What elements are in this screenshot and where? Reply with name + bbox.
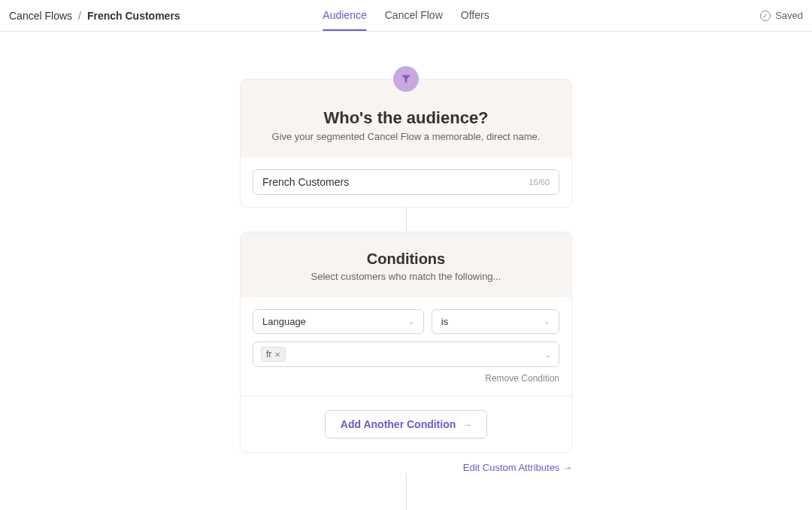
check-circle-icon: ✓ bbox=[760, 11, 771, 21]
audience-card-body: 16/60 bbox=[241, 157, 571, 207]
filter-icon-badge bbox=[393, 66, 419, 92]
conditions-title: Conditions bbox=[259, 250, 553, 268]
add-condition-label: Add Another Condition bbox=[341, 418, 456, 430]
breadcrumb: Cancel Flows / French Customers bbox=[9, 10, 180, 22]
tag-label: fr bbox=[266, 349, 271, 360]
content: Who's the audience? Give your segmented … bbox=[0, 32, 812, 510]
condition-value-tag: fr ✕ bbox=[261, 347, 286, 362]
tab-audience[interactable]: Audience bbox=[323, 0, 366, 31]
breadcrumb-current: French Customers bbox=[87, 10, 180, 22]
add-condition-button[interactable]: Add Another Condition → bbox=[325, 410, 487, 439]
header: Cancel Flows / French Customers Audience… bbox=[0, 0, 812, 32]
condition-value-select[interactable]: fr ✕ ⌄ bbox=[253, 342, 559, 367]
tabs: Audience Cancel Flow Offers bbox=[323, 0, 489, 31]
breadcrumb-parent-link[interactable]: Cancel Flows bbox=[9, 10, 72, 22]
tab-cancel-flow[interactable]: Cancel Flow bbox=[385, 0, 443, 31]
tab-offers[interactable]: Offers bbox=[461, 0, 489, 31]
condition-row: Language ⌄ is ⌄ bbox=[253, 309, 559, 334]
filter-icon bbox=[400, 73, 412, 85]
audience-subtitle: Give your segmented Cancel Flow a memora… bbox=[259, 131, 553, 142]
condition-attribute-select[interactable]: Language ⌄ bbox=[253, 309, 424, 334]
conditions-card: Conditions Select customers who match th… bbox=[240, 232, 572, 453]
edit-custom-attributes-link[interactable]: Edit Custom Attributes → bbox=[240, 462, 572, 473]
audience-title: Who's the audience? bbox=[259, 108, 553, 128]
connector-line bbox=[406, 473, 407, 510]
edit-attrs-label: Edit Custom Attributes bbox=[463, 462, 560, 473]
char-count: 16/60 bbox=[529, 178, 550, 187]
condition-attribute-value: Language bbox=[262, 316, 306, 327]
chevron-down-icon: ⌄ bbox=[545, 351, 551, 359]
conditions-card-footer: Add Another Condition → bbox=[241, 396, 571, 452]
audience-name-input[interactable] bbox=[262, 176, 529, 188]
conditions-card-header: Conditions Select customers who match th… bbox=[241, 232, 571, 297]
arrow-right-icon: → bbox=[462, 419, 471, 430]
tag-remove-icon[interactable]: ✕ bbox=[274, 351, 280, 359]
chevron-down-icon: ⌄ bbox=[408, 317, 414, 326]
chevron-down-icon: ⌄ bbox=[544, 317, 550, 326]
saved-label: Saved bbox=[775, 10, 803, 21]
conditions-card-body: Language ⌄ is ⌄ fr ✕ ⌄ Remove Condition bbox=[241, 297, 571, 396]
breadcrumb-separator: / bbox=[78, 10, 81, 22]
connector-line bbox=[406, 208, 407, 232]
audience-name-field-wrap: 16/60 bbox=[253, 169, 559, 195]
condition-operator-select[interactable]: is ⌄ bbox=[432, 309, 559, 334]
audience-card: Who's the audience? Give your segmented … bbox=[240, 79, 572, 208]
conditions-subtitle: Select customers who match the following… bbox=[259, 271, 553, 282]
remove-condition-link[interactable]: Remove Condition bbox=[253, 373, 559, 384]
save-status: ✓ Saved bbox=[760, 10, 803, 21]
arrow-right-icon: → bbox=[562, 462, 572, 473]
condition-operator-value: is bbox=[441, 316, 448, 327]
